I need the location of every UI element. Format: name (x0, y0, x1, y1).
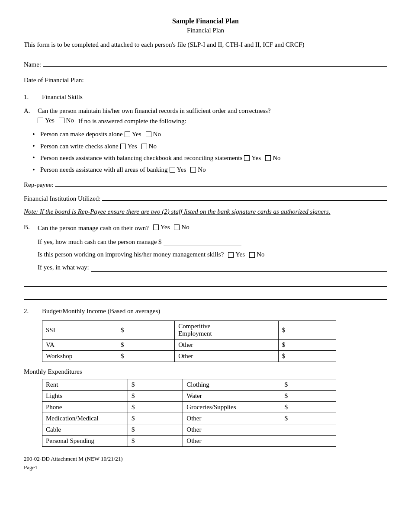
bullet1-no-checkbox[interactable] (141, 144, 147, 149)
income-other2-label: Other (175, 351, 279, 362)
bullet3-no-label: No (198, 165, 206, 174)
income-va-val[interactable]: $ (117, 340, 175, 351)
income-ssi-label: SSI (42, 321, 117, 340)
section2-title: Budget/Monthly Income (Based on averages… (42, 307, 387, 316)
note-text: Note: If the board is Rep-Payee ensure t… (24, 207, 387, 217)
section2-row: 2. Budget/Monthly Income (Based on avera… (24, 307, 387, 316)
expenditures-title: Monthly Expenditures (24, 368, 387, 375)
section1-num: 1. (24, 93, 42, 102)
bullet3-yes-label: Yes (177, 165, 186, 174)
bullet2-yes-group: Yes (244, 154, 261, 163)
sectionB-yes-checkbox[interactable] (153, 224, 159, 230)
income-workshop-val[interactable]: $ (117, 351, 175, 362)
income-comp-val[interactable]: $ (278, 321, 336, 340)
if-yes-block: If yes, how much cash can the person man… (38, 237, 387, 273)
exp-cable-val[interactable]: $ (128, 424, 183, 436)
bullet1-yes-group: Yes (120, 142, 137, 151)
fi-row: Financial Institution Utilized: (24, 193, 387, 202)
income-ssi-val[interactable]: $ (117, 321, 175, 340)
bullet0-no-checkbox[interactable] (146, 131, 151, 137)
bullet2-no-label: No (273, 154, 280, 163)
income-other1-val[interactable]: $ (278, 340, 336, 351)
exp-groceries-label: Groceries/Supplies (183, 402, 281, 413)
if-yes-cash-line: If yes, how much cash can the person man… (38, 237, 387, 248)
income-comp-label: CompetitiveEmployment (175, 321, 279, 340)
income-other1-label: Other (175, 340, 279, 351)
bullet2-no-checkbox[interactable] (265, 155, 271, 161)
exp-cable-label: Cable (42, 424, 128, 436)
exp-clothing-val[interactable]: $ (281, 379, 336, 391)
exp-clothing-label: Clothing (183, 379, 281, 391)
bullet1-no-group: No (141, 142, 157, 151)
exp-row-5: Personal Spending $ Other (42, 436, 336, 447)
section1-title: Financial Skills (42, 93, 387, 102)
exp-personal-val[interactable]: $ (128, 436, 183, 447)
footer-line2: Page1 (24, 463, 387, 472)
sectionB-letter: B. (24, 223, 38, 233)
bullet-text-3: Person needs assistance with all areas o… (40, 165, 387, 174)
bullet-dot-1: • (32, 141, 40, 151)
bullet-label-0: Person can make deposits alone (40, 130, 123, 139)
improving-no-checkbox[interactable] (249, 252, 255, 258)
exp-other4-label: Other (183, 424, 281, 436)
bullet-dot-3: • (32, 165, 40, 175)
exp-medical-val[interactable]: $ (128, 413, 183, 424)
bullet-text-0: Person can make deposits alone Yes No (40, 130, 387, 139)
income-workshop-label: Workshop (42, 351, 117, 362)
exp-water-val[interactable]: $ (281, 391, 336, 402)
if-yes-way-input[interactable] (91, 264, 387, 272)
sectionA-letter: A. (24, 106, 38, 126)
name-input[interactable] (43, 59, 387, 67)
exp-other3-val[interactable]: $ (281, 413, 336, 424)
sectionA-if-no: If no is answered complete the following… (78, 118, 186, 125)
if-yes-way-label: If yes, in what way: (38, 262, 89, 273)
date-input[interactable] (86, 74, 189, 82)
fi-label: Financial Institution Utilized: (24, 195, 100, 202)
income-other2-val[interactable]: $ (278, 351, 336, 362)
income-row-2: Workshop $ Other $ (42, 351, 336, 362)
sectionA-no-label: No (66, 116, 74, 125)
bullet3-no-checkbox[interactable] (190, 167, 196, 173)
bullet2-yes-checkbox[interactable] (244, 155, 250, 161)
fi-input[interactable] (102, 193, 387, 201)
bullet-dot-2: • (32, 153, 40, 163)
cash-amount-input[interactable] (164, 238, 241, 246)
date-field-row: Date of Financial Plan: (24, 74, 387, 84)
sectionB-no-group: No (174, 223, 189, 232)
exp-phone-val[interactable]: $ (128, 402, 183, 413)
sectionA-content: Can the person maintain his/her own fina… (38, 106, 387, 126)
bullet1-no-label: No (149, 142, 157, 151)
exp-groceries-val[interactable]: $ (281, 402, 336, 413)
bullet-item-3: • Person needs assistance with all areas… (32, 165, 387, 175)
sectionB-row: B. Can the person manage cash on their o… (24, 223, 387, 233)
sectionB-question: Can the person manage cash on their own? (38, 224, 149, 231)
exp-lights-val[interactable]: $ (128, 391, 183, 402)
bullet-text-1: Person can write checks alone Yes No (40, 142, 387, 151)
sectionB-no-checkbox[interactable] (174, 224, 180, 230)
bullet-label-1: Person can write checks alone (40, 142, 119, 151)
exp-medical-label: Medication/Medical (42, 413, 128, 424)
if-yes-way-line: If yes, in what way: (38, 262, 387, 273)
footer: 200-02-DD Attachment M (NEW 10/21/21) Pa… (24, 455, 387, 471)
bullet2-no-group: No (265, 154, 280, 163)
exp-row-1: Lights $ Water $ (42, 391, 336, 402)
bullet1-yes-label: Yes (128, 142, 137, 151)
bullet-dot-0: • (32, 130, 40, 139)
sectionA-no-checkbox[interactable] (59, 118, 64, 123)
bullet0-yes-checkbox[interactable] (125, 131, 130, 137)
income-va-label: VA (42, 340, 117, 351)
section1-row: 1. Financial Skills (24, 93, 387, 102)
income-table: SSI $ CompetitiveEmployment $ VA $ Other… (42, 320, 336, 362)
sectionA-yes-checkbox[interactable] (38, 118, 43, 123)
exp-rent-val[interactable]: $ (128, 379, 183, 391)
sectionB-yes-group: Yes (153, 223, 170, 232)
bullet1-yes-checkbox[interactable] (120, 144, 126, 149)
exp-other4-val (281, 424, 336, 436)
exp-rent-label: Rent (42, 379, 128, 391)
improving-yes-checkbox[interactable] (228, 252, 234, 258)
rep-payee-input[interactable] (55, 179, 387, 187)
bullet3-yes-checkbox[interactable] (170, 167, 175, 173)
exp-row-3: Medication/Medical $ Other $ (42, 413, 336, 424)
text-lines-block (24, 276, 387, 300)
sectionB-content: Can the person manage cash on their own?… (38, 223, 387, 233)
